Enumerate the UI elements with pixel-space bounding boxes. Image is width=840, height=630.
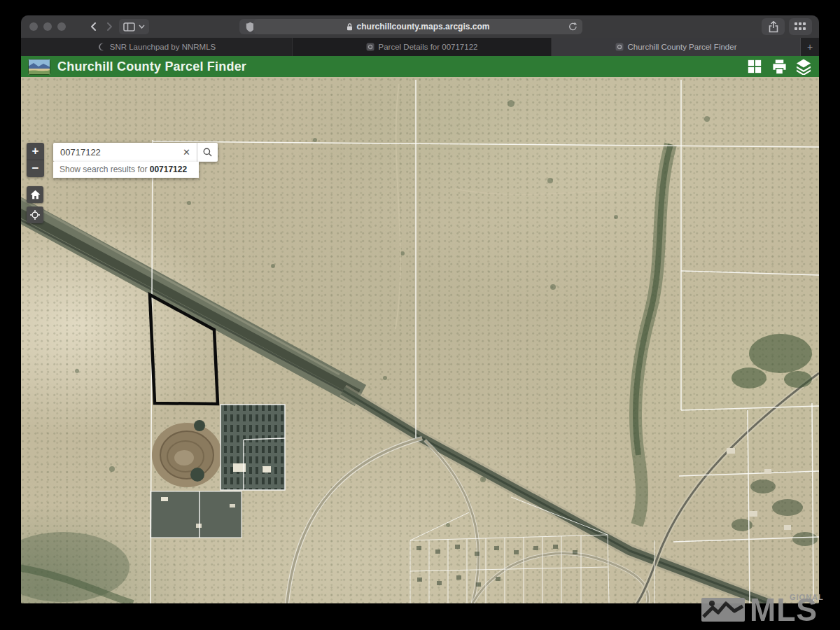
- url-text: churchillcounty.maps.arcgis.com: [357, 22, 490, 31]
- clear-search-button[interactable]: ✕: [176, 147, 197, 158]
- chevron-right-icon: [108, 23, 111, 30]
- search-input[interactable]: 00717122: [53, 147, 176, 158]
- layers-icon: [795, 58, 812, 75]
- tab-parcel-details[interactable]: Parcel Details for 00717122: [293, 38, 552, 56]
- creek-vegetation: [636, 144, 671, 525]
- reload-icon: [568, 22, 578, 31]
- mls-watermark: MLS: [701, 596, 821, 624]
- forward-button[interactable]: [101, 18, 118, 35]
- layers-button[interactable]: [795, 58, 812, 75]
- subdivision-houses: [416, 545, 578, 587]
- search-icon: [202, 147, 213, 158]
- tab3-favicon: [615, 43, 624, 51]
- tab-grid-icon: [794, 22, 806, 31]
- tab2-favicon: [366, 43, 374, 51]
- tab-snr-launchpad[interactable]: SNR Launchpad by NNRMLS: [21, 38, 293, 56]
- app-header: Churchill County Parcel Finder: [21, 56, 819, 77]
- tab-label: Churchill County Parcel Finder: [628, 43, 737, 51]
- home-extent-button[interactable]: [27, 186, 43, 203]
- address-bar[interactable]: churchillcounty.maps.arcgis.com: [253, 19, 582, 34]
- back-button[interactable]: [85, 18, 102, 35]
- suggestion-prefix: Show search results for: [59, 164, 150, 174]
- close-window-icon[interactable]: [29, 22, 38, 31]
- zoom-out-button[interactable]: −: [27, 160, 44, 177]
- home-icon: [30, 190, 41, 200]
- sidebar-icon: [123, 22, 135, 31]
- reload-button[interactable]: [568, 22, 578, 34]
- parcel-search-box[interactable]: 00717122 ✕: [53, 143, 218, 162]
- locate-button[interactable]: [27, 206, 43, 223]
- tab-label: Parcel Details for 00717122: [379, 43, 478, 51]
- tab1-favicon: [97, 43, 106, 51]
- browser-toolbar: churchillcounty.maps.arcgis.com: [21, 15, 819, 38]
- mls-watermark-text: MLS: [750, 596, 818, 624]
- print-button[interactable]: [771, 58, 788, 75]
- suggestion-term: 00717122: [150, 164, 187, 174]
- browser-window: churchillcounty.maps.arcgis.com SNR Laun…: [21, 15, 819, 603]
- new-tab-button[interactable]: +: [801, 38, 819, 56]
- chevron-down-icon: [139, 24, 145, 29]
- map-canvas[interactable]: + − 00717122 ✕ Show search results for 0…: [21, 77, 819, 603]
- tab-parcel-finder-active[interactable]: Churchill County Parcel Finder: [552, 38, 801, 56]
- county-logo: [28, 59, 50, 75]
- zoom-control: + −: [27, 143, 44, 177]
- search-submit-button[interactable]: [197, 143, 218, 162]
- gravel-pit: [152, 420, 222, 487]
- traffic-lights: [29, 22, 66, 31]
- page-title: Churchill County Parcel Finder: [57, 59, 246, 74]
- share-button[interactable]: [762, 18, 785, 35]
- share-icon: [768, 21, 779, 33]
- print-icon: [771, 59, 788, 75]
- search-suggestion[interactable]: Show search results for 00717122: [53, 162, 199, 178]
- plus-icon: +: [807, 41, 813, 52]
- tab-bar: SNR Launchpad by NNRMLS Parcel Details f…: [21, 38, 819, 56]
- locate-crosshair-icon: [29, 209, 41, 220]
- zoom-window-icon[interactable]: [57, 22, 66, 31]
- apps-grid-button[interactable]: [746, 58, 763, 75]
- apps-grid-icon: [747, 59, 762, 74]
- lock-icon: [346, 23, 353, 31]
- zoom-in-button[interactable]: +: [27, 143, 44, 160]
- ramp-road: [287, 438, 422, 603]
- mls-mountain-logo: [701, 598, 745, 622]
- tab-overview-button[interactable]: [789, 18, 812, 35]
- minimize-window-icon[interactable]: [43, 22, 52, 31]
- feedlot: [220, 405, 285, 490]
- chevron-left-icon: [92, 23, 95, 30]
- tab-label: SNR Launchpad by NNRMLS: [110, 43, 216, 51]
- sidebar-toggle-button[interactable]: [119, 19, 149, 34]
